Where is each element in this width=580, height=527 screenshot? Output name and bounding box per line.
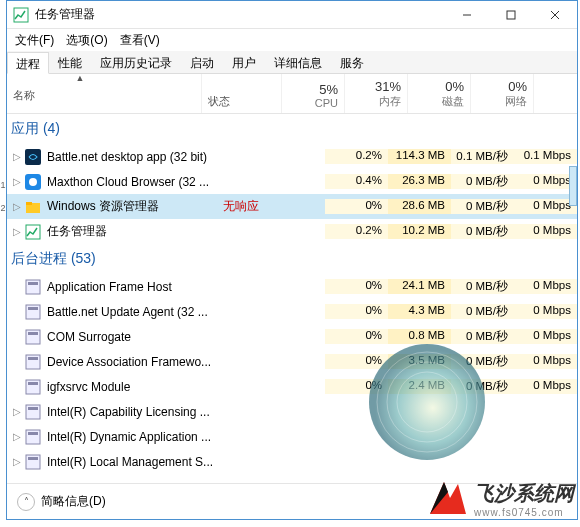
cell-cpu: 0% [325,279,388,294]
watermark-icon [426,476,468,521]
cell-disk: 0 MB/秒 [451,329,514,344]
expander-icon[interactable]: ▷ [7,151,25,162]
process-list[interactable]: 应用 (4) ▷ Battle.net desktop app (32 bit)… [7,114,577,496]
cell-cpu: 0.2% [325,224,388,239]
tab-users[interactable]: 用户 [223,51,265,73]
svg-rect-2 [507,11,515,19]
process-row[interactable]: Device Association Framewo... 0% 3.5 MB … [7,349,577,374]
cell-network: 0 Mbps [514,329,577,344]
process-icon [25,279,41,295]
tab-details[interactable]: 详细信息 [265,51,331,73]
side-marker [569,166,577,206]
titlebar: 任务管理器 [7,1,577,29]
process-icon [25,224,41,240]
svg-rect-5 [25,149,41,165]
process-row[interactable]: igfxsrvc Module 0% 2.4 MB 0 MB/秒 0 Mbps [7,374,577,399]
process-name: Application Frame Host [47,280,223,294]
tab-services[interactable]: 服务 [331,51,373,73]
svg-rect-12 [28,282,38,285]
process-row[interactable]: COM Surrogate 0% 0.8 MB 0 MB/秒 0 Mbps [7,324,577,349]
maximize-button[interactable] [489,1,533,29]
cell-cpu: 0% [325,329,388,344]
menu-file[interactable]: 文件(F) [11,30,58,51]
cell-disk: 0 MB/秒 [451,304,514,319]
process-row[interactable]: Battle.net Update Agent (32 ... 0% 4.3 M… [7,299,577,324]
process-row[interactable]: ▷ Windows 资源管理器 无响应 0% 28.6 MB 0 MB/秒 0 … [7,194,577,219]
process-row[interactable]: ▷ Battle.net desktop app (32 bit) 0.2% 1… [7,144,577,169]
cell-memory: 4.3 MB [388,304,451,319]
group-background: 后台进程 (53) [7,244,577,274]
tab-performance[interactable]: 性能 [49,51,91,73]
expander-icon[interactable]: ▷ [7,431,25,442]
cell-disk: 0 MB/秒 [451,224,514,239]
cell-memory: 10.2 MB [388,224,451,239]
col-status[interactable]: 状态 [202,74,282,113]
cell-network: 0 Mbps [514,304,577,319]
process-name: Windows 资源管理器 [47,198,223,215]
cell-memory: 24.1 MB [388,279,451,294]
col-network[interactable]: 0%网络 [471,74,534,113]
cell-network: 0.1 Mbps [514,149,577,164]
expander-icon[interactable]: ▷ [7,226,25,237]
process-name: COM Surrogate [47,330,223,344]
menubar: 文件(F) 选项(O) 查看(V) [7,29,577,51]
tab-processes[interactable]: 进程 [7,52,49,74]
close-button[interactable] [533,1,577,29]
process-row[interactable]: Application Frame Host 0% 24.1 MB 0 MB/秒… [7,274,577,299]
menu-options[interactable]: 选项(O) [62,30,111,51]
cell-disk: 0 MB/秒 [451,174,514,189]
tab-startup[interactable]: 启动 [181,51,223,73]
col-disk[interactable]: 0%磁盘 [408,74,471,113]
watermark-brand: 飞沙系统网 [474,482,574,504]
cell-cpu: 0.4% [325,174,388,189]
svg-rect-26 [28,457,38,460]
process-row[interactable]: ▷ 任务管理器 0.2% 10.2 MB 0 MB/秒 0 Mbps [7,219,577,244]
process-icon [25,199,41,215]
expander-icon[interactable]: ▷ [7,201,25,212]
expander-icon[interactable]: ▷ [7,176,25,187]
svg-rect-9 [26,202,32,205]
cell-cpu: 0% [325,379,388,394]
menu-view[interactable]: 查看(V) [116,30,164,51]
cell-memory: 26.3 MB [388,174,451,189]
col-name[interactable]: 名称 ▲ [7,74,202,113]
process-name: Battle.net Update Agent (32 ... [47,305,223,319]
expander-icon[interactable]: ▷ [7,406,25,417]
svg-rect-20 [28,382,38,385]
cell-disk: 0 MB/秒 [451,354,514,369]
svg-rect-16 [28,332,38,335]
process-icon [25,429,41,445]
process-status: 无响应 [223,198,303,215]
watermark: 飞沙系统网 www.fs0745.com [424,474,576,523]
process-name: Intel(R) Dynamic Application ... [47,430,223,444]
svg-rect-14 [28,307,38,310]
process-icon [25,329,41,345]
process-name: Intel(R) Capability Licensing ... [47,405,223,419]
process-icon [25,304,41,320]
cell-cpu: 0.2% [325,149,388,164]
process-row[interactable]: ▷ Intel(R) Capability Licensing ... [7,399,577,424]
cell-disk: 0 MB/秒 [451,279,514,294]
cell-disk: 0 MB/秒 [451,199,514,214]
svg-rect-18 [28,357,38,360]
cell-disk: 0 MB/秒 [451,379,514,394]
process-row[interactable]: ▷ Intel(R) Dynamic Application ... [7,424,577,449]
cell-network: 0 Mbps [514,224,577,239]
process-row[interactable]: ▷ Maxthon Cloud Browser (32 ... 0.4% 26.… [7,169,577,194]
brief-info-link[interactable]: 简略信息(D) [41,493,106,510]
chevron-up-icon[interactable]: ˄ [17,493,35,511]
expander-icon[interactable]: ▷ [7,456,25,467]
cell-cpu: 0% [325,199,388,214]
minimize-button[interactable] [445,1,489,29]
process-icon [25,454,41,470]
process-row[interactable]: ▷ Intel(R) Local Management S... [7,449,577,474]
col-cpu[interactable]: 5%CPU [282,74,345,113]
col-memory[interactable]: 31%内存 [345,74,408,113]
cell-memory: 28.6 MB [388,199,451,214]
cell-network: 0 Mbps [514,379,577,394]
process-icon [25,379,41,395]
cell-cpu: 0% [325,354,388,369]
svg-rect-10 [26,225,40,239]
tab-app-history[interactable]: 应用历史记录 [91,51,181,73]
svg-rect-24 [28,432,38,435]
